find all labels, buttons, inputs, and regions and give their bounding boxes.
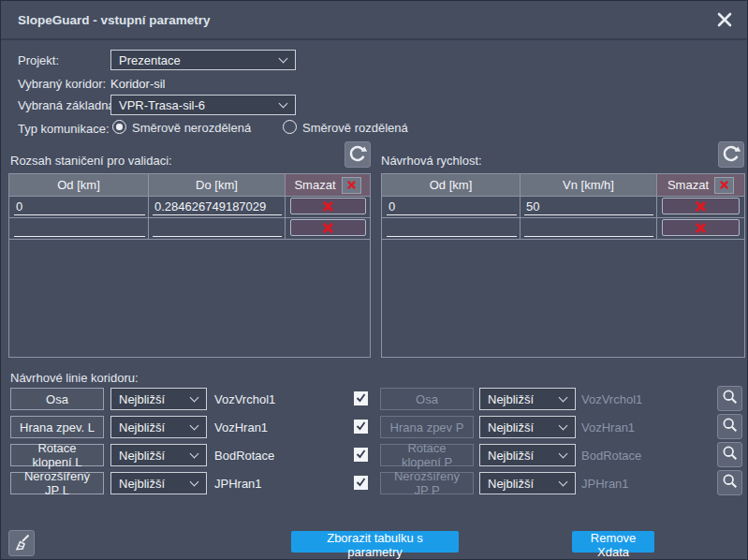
delete-all-rows-button[interactable] xyxy=(342,177,361,194)
line-checkbox[interactable] xyxy=(354,391,368,405)
project-dropdown[interactable]: Prezentace xyxy=(110,50,296,70)
station-do-input-row1[interactable] xyxy=(153,199,282,215)
delete-row-button[interactable] xyxy=(290,219,366,236)
grid-line xyxy=(656,174,657,239)
method-dropdown[interactable]: Nejbližší xyxy=(479,444,576,466)
line-type-button-hrana-p: Hrana zpev P xyxy=(380,416,474,438)
method-dropdown[interactable]: Nejbližší xyxy=(110,472,207,494)
baseline-label: Vybraná základna: xyxy=(18,98,118,112)
line-name: BodRotace xyxy=(581,449,641,463)
broom-icon xyxy=(11,532,32,555)
line-type-button-jp-p: Nerozšířený JP P xyxy=(380,472,474,494)
smazat-label: Smazat xyxy=(667,178,709,192)
method-dropdown-value: Nejbližší xyxy=(119,392,165,406)
line-name: VozHran1 xyxy=(214,420,268,435)
search-line-button[interactable] xyxy=(717,414,742,439)
line-checkbox[interactable] xyxy=(354,420,368,434)
grid-line xyxy=(382,239,744,240)
grid-line xyxy=(520,174,521,239)
method-dropdown-value: Nejbližší xyxy=(119,420,165,435)
chevron-down-icon xyxy=(559,393,568,403)
slopeguard-dialog: SlopeGuard - vstupní parametry Projekt: … xyxy=(0,0,748,560)
method-dropdown-value: Nejbližší xyxy=(488,420,534,435)
column-header-od: Od [km] xyxy=(382,174,520,196)
speed-table: Od [km] Vn [km/h] Smazat xyxy=(381,173,745,358)
refresh-icon xyxy=(346,142,369,168)
delete-all-rows-button[interactable] xyxy=(714,177,734,194)
chevron-down-icon xyxy=(190,393,199,403)
line-name: VozVrchol1 xyxy=(581,392,642,406)
line-checkbox[interactable] xyxy=(354,448,368,462)
search-line-button[interactable] xyxy=(717,386,742,411)
red-x-icon xyxy=(346,180,356,189)
project-label: Projekt: xyxy=(18,53,59,67)
remove-xdata-button[interactable]: Remove Xdata xyxy=(572,531,654,553)
red-x-icon xyxy=(695,200,707,213)
checkmark-icon xyxy=(355,476,367,491)
baseline-dropdown-value: VPR-Trasa-sil-6 xyxy=(119,98,205,112)
red-x-icon xyxy=(322,222,334,234)
magnifier-icon xyxy=(721,388,740,409)
method-dropdown-value: Nejbližší xyxy=(488,392,534,406)
line-type-button-rotace-p: Rotace klopení P xyxy=(380,444,474,466)
grid-line xyxy=(285,174,286,239)
close-icon xyxy=(716,11,733,31)
line-checkbox[interactable] xyxy=(354,476,368,490)
refresh-station-button[interactable] xyxy=(345,141,371,168)
speed-vn-input-row1[interactable] xyxy=(524,199,653,215)
line-type-button-jp-l[interactable]: Nerozšířený JP L xyxy=(10,472,104,494)
method-dropdown[interactable]: Nejbližší xyxy=(110,388,207,410)
chevron-down-icon xyxy=(279,99,288,109)
method-dropdown[interactable]: Nejbližší xyxy=(110,416,207,438)
road-type-label: Typ komunikace: xyxy=(18,122,110,136)
chevron-down-icon xyxy=(559,421,568,431)
station-table-title: Rozsah staničení pro validaci: xyxy=(10,154,172,168)
column-header-smazat: Smazat xyxy=(286,174,370,196)
refresh-icon xyxy=(720,142,742,168)
method-dropdown[interactable]: Nejbližší xyxy=(479,388,576,410)
show-table-button[interactable]: Zborazit tabulku s parametry xyxy=(291,531,459,553)
method-dropdown[interactable]: Nejbližší xyxy=(479,416,576,438)
column-header-vn: Vn [km/h] xyxy=(521,174,656,196)
line-type-button-hrana-l[interactable]: Hrana zpev. L xyxy=(10,416,104,438)
method-dropdown[interactable]: Nejbližší xyxy=(110,444,207,466)
search-line-button[interactable] xyxy=(717,470,742,495)
clean-button[interactable] xyxy=(8,530,35,556)
grid-line xyxy=(382,217,744,218)
speed-vn-input-row2[interactable] xyxy=(524,220,653,237)
line-name: BodRotace xyxy=(214,449,274,463)
line-type-button-osa-l[interactable]: Osa xyxy=(10,388,104,410)
method-dropdown-value: Nejbližší xyxy=(119,449,165,463)
chevron-down-icon xyxy=(190,449,199,459)
station-table: Od [km] Do [km] Smazat xyxy=(8,173,371,358)
red-x-icon xyxy=(322,200,334,213)
station-od-input-row2[interactable] xyxy=(14,220,145,237)
chevron-down-icon xyxy=(279,54,288,64)
line-name: JPHran1 xyxy=(214,477,262,491)
method-dropdown[interactable]: Nejbližší xyxy=(479,472,576,494)
delete-row-button[interactable] xyxy=(662,219,740,236)
refresh-speed-button[interactable] xyxy=(718,141,744,168)
red-x-icon xyxy=(719,180,728,189)
radio-undivided[interactable] xyxy=(112,120,126,134)
column-header-do: Do [km] xyxy=(149,174,285,196)
line-type-button-rotace-l[interactable]: Rotace klopení L xyxy=(10,444,104,466)
checkmark-icon xyxy=(355,391,367,406)
station-od-input-row1[interactable] xyxy=(14,199,145,215)
baseline-dropdown[interactable]: VPR-Trasa-sil-6 xyxy=(110,95,296,115)
dialog-title: SlopeGuard - vstupní parametry xyxy=(18,13,211,27)
speed-od-input-row1[interactable] xyxy=(387,199,517,215)
line-name: VozVrchol1 xyxy=(214,392,275,406)
station-do-input-row2[interactable] xyxy=(153,220,282,237)
project-dropdown-value: Prezentace xyxy=(119,53,181,67)
speed-od-input-row2[interactable] xyxy=(387,220,517,237)
magnifier-icon xyxy=(721,444,740,465)
search-line-button[interactable] xyxy=(717,442,742,467)
radio-divided[interactable] xyxy=(283,120,297,134)
close-button[interactable] xyxy=(714,10,735,31)
delete-row-button[interactable] xyxy=(290,198,366,214)
delete-row-button[interactable] xyxy=(662,198,740,214)
titlebar: SlopeGuard - vstupní parametry xyxy=(1,1,747,40)
grid-line xyxy=(9,239,370,240)
chevron-down-icon xyxy=(190,478,199,487)
